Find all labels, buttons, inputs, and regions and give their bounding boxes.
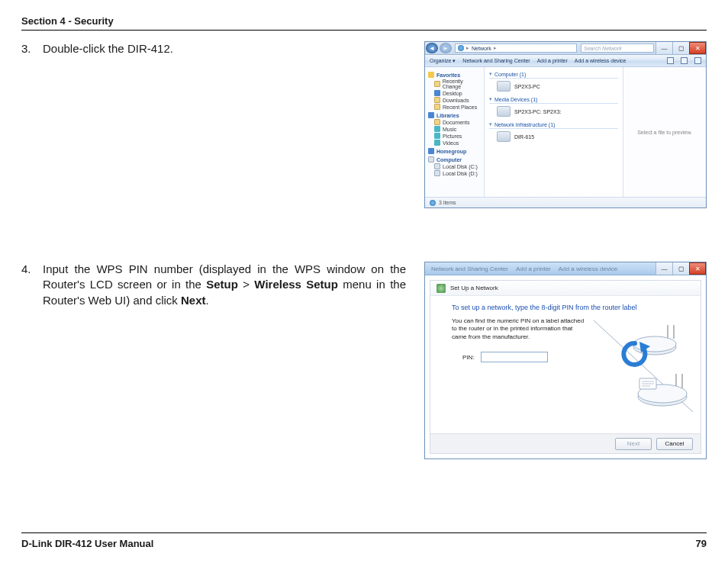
group-infra[interactable]: Network Infrastructure (1): [494, 122, 555, 127]
media-thumb-icon: [497, 106, 511, 117]
nav-d-drive[interactable]: Local Disk (D:): [443, 171, 478, 176]
next-button[interactable]: Next: [615, 438, 652, 450]
network-icon: [458, 45, 464, 51]
add-printer-link[interactable]: Add a printer: [537, 58, 568, 63]
step-4-number: 4.: [21, 262, 32, 308]
organize-menu[interactable]: Organize ▾: [430, 58, 456, 64]
svg-point-4: [633, 336, 676, 352]
nav-recent-places[interactable]: Recent Places: [443, 105, 477, 110]
nav-documents[interactable]: Documents: [443, 120, 469, 125]
section-header: Section 4 - Security: [21, 15, 707, 31]
nav-favorites[interactable]: Favorites: [436, 72, 460, 78]
close-button[interactable]: ✕: [689, 42, 706, 54]
drive-icon: [434, 170, 440, 176]
breadcrumb-sep2: ▸: [494, 45, 497, 51]
close-button[interactable]: ✕: [689, 262, 706, 275]
expand-icon[interactable]: ▾: [489, 96, 492, 102]
drive-icon: [434, 163, 440, 169]
pictures-icon: [434, 133, 440, 139]
status-text: 3 items: [439, 200, 456, 205]
maximize-button[interactable]: ▢: [672, 262, 689, 275]
step-3-number: 3.: [21, 41, 32, 56]
breadcrumb-network[interactable]: Network: [472, 46, 491, 51]
bg-nsc: Network and Sharing Center: [431, 265, 508, 272]
dialog-titlebar: Network and Sharing Center Add a printer…: [425, 262, 706, 275]
nav-computer[interactable]: Computer: [436, 157, 462, 162]
step-4: 4. Input the WPS PIN number (displayed i…: [21, 262, 406, 308]
navigation-pane: Favorites Recently Change Desktop Downlo…: [425, 67, 485, 197]
videos-icon: [434, 140, 440, 146]
folder-icon: [434, 97, 440, 103]
dialog-title: Set Up a Network: [450, 285, 498, 291]
maximize-button[interactable]: ▢: [672, 42, 689, 54]
bg-addwifi: Add a wireless device: [559, 265, 617, 272]
nav-desktop[interactable]: Desktop: [443, 91, 462, 96]
nav-pictures[interactable]: Pictures: [443, 134, 462, 139]
background-toolbar: Network and Sharing Center Add a printer…: [425, 262, 656, 275]
minimize-button[interactable]: —: [656, 42, 672, 54]
item-media-label: SP2X3-PC: SP2X3:: [514, 109, 561, 114]
step-4-text: Input the WPS PIN number (displayed in t…: [43, 262, 406, 308]
pin-label: PIN:: [462, 354, 475, 361]
back-button[interactable]: ◄: [426, 43, 438, 53]
view-button[interactable]: [667, 57, 674, 64]
nav-libraries[interactable]: Libraries: [436, 113, 459, 118]
folder-icon: [434, 119, 440, 125]
cancel-button[interactable]: Cancel: [656, 438, 693, 450]
router-illustration: [594, 320, 693, 412]
window-controls: — ▢ ✕: [656, 42, 706, 54]
expand-icon[interactable]: ▾: [489, 71, 492, 77]
sub-instruction-text: You can find the numeric PIN on a label …: [452, 317, 589, 341]
step-4-row: 4. Input the WPS PIN number (displayed i…: [21, 262, 707, 459]
group-media[interactable]: Media Devices (1): [494, 97, 537, 102]
homegroup-icon: [428, 148, 434, 154]
footer-manual: D-Link DIR-412 User Manual: [21, 538, 153, 549]
search-input[interactable]: Search Network: [581, 43, 654, 53]
favorites-icon: [428, 72, 434, 78]
nav-downloads[interactable]: Downloads: [443, 98, 469, 103]
footer-page: 79: [696, 538, 707, 549]
command-bar: Organize ▾ Network and Sharing Center Ad…: [425, 55, 706, 67]
page-footer: D-Link DIR-412 User Manual 79: [21, 532, 707, 549]
status-icon: [430, 200, 436, 206]
folder-icon: [434, 81, 440, 87]
item-router[interactable]: DIR-615: [497, 131, 618, 142]
instruction-text: To set up a network, type the 8-digit PI…: [452, 304, 688, 311]
computer-icon: [428, 156, 434, 162]
dialog-inner: Set Up a Network To set up a network, ty…: [430, 280, 701, 454]
network-explorer-window: ◄ ► ▸ Network ▸ Search Network — ▢ ✕ Org…: [424, 41, 707, 208]
bg-addprinter: Add a printer: [516, 265, 551, 272]
address-bar[interactable]: ▸ Network ▸: [455, 43, 577, 53]
desktop-icon: [434, 90, 440, 96]
step-3-text: Double-click the DIR-412.: [43, 41, 406, 56]
content-pane: ▾Computer (1) SP2X3-PC ▾Media Devices (1…: [485, 67, 623, 197]
network-sharing-center-link[interactable]: Network and Sharing Center: [462, 58, 530, 63]
item-media[interactable]: SP2X3-PC: SP2X3:: [497, 106, 618, 117]
nav-c-drive[interactable]: Local Disk (C:): [443, 164, 478, 169]
preview-pane: Select a file to preview.: [623, 67, 706, 197]
minimize-button[interactable]: —: [656, 262, 672, 275]
nav-recent[interactable]: Recently Change: [443, 79, 481, 89]
nav-music[interactable]: Music: [443, 127, 456, 132]
help-button[interactable]: [694, 57, 701, 64]
pin-input[interactable]: [481, 352, 548, 362]
group-computer[interactable]: Computer (1): [494, 72, 526, 77]
dialog-footer: Next Cancel: [430, 433, 701, 453]
expand-icon[interactable]: ▾: [489, 121, 492, 127]
add-wireless-device-link[interactable]: Add a wireless device: [575, 58, 627, 63]
explorer-titlebar: ◄ ► ▸ Network ▸ Search Network — ▢ ✕: [425, 42, 706, 55]
search-placeholder: Search Network: [584, 46, 622, 51]
music-icon: [434, 126, 440, 132]
preview-pane-button[interactable]: [681, 57, 688, 64]
computer-thumb-icon: [497, 81, 511, 92]
router-thumb-icon: [497, 131, 511, 142]
wps-dialog-window: Network and Sharing Center Add a printer…: [424, 262, 707, 459]
forward-button[interactable]: ►: [440, 43, 452, 53]
item-computer-label: SP2X3-PC: [514, 84, 540, 89]
nav-homegroup[interactable]: Homegroup: [436, 149, 466, 154]
item-router-label: DIR-615: [514, 134, 534, 140]
item-computer[interactable]: SP2X3-PC: [497, 81, 618, 92]
nav-videos[interactable]: Videos: [443, 140, 459, 146]
preview-text: Select a file to preview.: [637, 130, 692, 135]
libraries-icon: [428, 112, 434, 118]
